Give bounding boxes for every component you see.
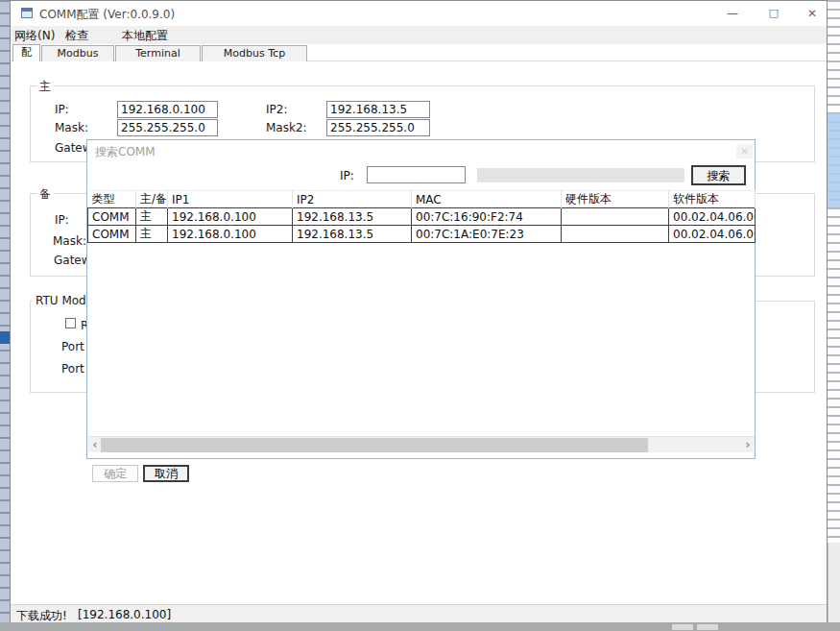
cell-type[interactable]: COMM (88, 208, 136, 226)
cancel-button[interactable]: 取消 (143, 465, 189, 482)
dialog-ip-input[interactable] (367, 166, 466, 183)
main-mask-label: Mask: (55, 121, 88, 134)
tab-config[interactable]: 配置 (12, 44, 40, 61)
cell-ip1[interactable]: 192.168.0.100 (168, 208, 293, 226)
status-ip: [192.168.0.100] (78, 608, 171, 621)
scrollbar-thumb[interactable] (101, 438, 648, 452)
main-mask2-label: Mask2: (266, 121, 307, 134)
cell-main-backup[interactable]: 主 (136, 208, 168, 226)
menu-network[interactable]: 网络(N) (14, 28, 55, 43)
main-ip2-input[interactable] (326, 101, 430, 118)
search-progress-bar (477, 168, 684, 182)
main-mask2-input[interactable] (326, 119, 430, 136)
dialog-close-icon[interactable]: ✕ (736, 144, 753, 158)
app-icon (21, 8, 33, 18)
cell-ip2[interactable]: 192.168.13.5 (293, 226, 412, 243)
scroll-right-icon[interactable]: › (741, 437, 755, 453)
background-window-left (0, 0, 10, 631)
background-selection (828, 113, 840, 207)
backup-ip-label: IP: (55, 213, 69, 227)
status-bar: 下载成功! [192.168.0.100] (11, 604, 827, 623)
search-button[interactable]: 搜索 (691, 165, 746, 185)
dialog-ip-label: IP: (340, 169, 354, 182)
cell-ip1[interactable]: 192.168.0.100 (168, 226, 293, 243)
background-bottom-item (672, 624, 693, 630)
col-main-backup[interactable]: 主/备 (136, 191, 168, 208)
dialog-title-bar[interactable]: 搜索COMM ✕ (87, 140, 755, 162)
col-hw-version[interactable]: 硬件版本 (562, 191, 669, 208)
background-selected-item (0, 331, 10, 344)
menu-check[interactable]: 检查 (65, 28, 88, 43)
minimize-icon[interactable]: — (716, 1, 749, 26)
col-ip1[interactable]: IP1 (168, 191, 293, 208)
group-main-legend: 主 (36, 79, 54, 95)
rtu-checkbox[interactable] (65, 318, 76, 328)
tab-modbus-rtu[interactable]: Modbus RTU (41, 45, 114, 61)
background-bottom-item (697, 624, 718, 630)
window-title: COMM配置 (Ver:0.0.9.0) (39, 7, 175, 23)
background-panel (828, 543, 840, 631)
scroll-left-icon[interactable]: ‹ (88, 437, 102, 453)
menu-local-config[interactable]: 本地配置 (122, 28, 168, 43)
cell-hw-version[interactable] (562, 226, 669, 243)
backup-mask-label: Mask: (53, 234, 86, 248)
col-sw-version[interactable]: 软件版本 (669, 191, 756, 208)
tab-modbus-tcp-master[interactable]: Modbus Tcp Master (202, 45, 307, 61)
title-bar[interactable]: COMM配置 (Ver:0.0.9.0) — □ ✕ (11, 1, 827, 26)
maximize-icon[interactable]: □ (757, 1, 790, 26)
menu-bar: 网络(N) 检查 本地配置 (11, 26, 827, 44)
ok-button[interactable]: 确定 (92, 465, 138, 482)
main-ip-label: IP: (55, 103, 69, 116)
cell-sw-version[interactable]: 00.02.04.06.00 (669, 226, 756, 243)
dialog-title: 搜索COMM (95, 144, 156, 160)
table-row[interactable]: COMM 主 192.168.0.100 192.168.13.5 00:7C:… (88, 226, 756, 243)
device-table: 类型 主/备 IP1 IP2 MAC 硬件版本 软件版本 COMM 主 192.… (87, 190, 756, 243)
cell-mac[interactable]: 00:7C:16:90:F2:74 (412, 208, 562, 226)
background-bottom-bar (0, 622, 840, 631)
tab-terminal-server[interactable]: Terminal Server (115, 45, 201, 61)
main-ip-input[interactable] (117, 101, 218, 118)
tab-bar: 配置 Modbus RTU Terminal Server Modbus Tcp… (11, 44, 827, 61)
close-icon[interactable]: ✕ (796, 1, 828, 26)
search-comm-dialog: 搜索COMM ✕ IP: 搜索 类型 主/备 IP1 IP2 MAC 硬件版本 … (86, 139, 756, 459)
horizontal-scrollbar[interactable]: ‹ › (88, 436, 755, 452)
col-mac[interactable]: MAC (412, 191, 562, 208)
col-ip2[interactable]: IP2 (293, 191, 412, 208)
cell-main-backup[interactable]: 主 (136, 226, 168, 243)
cell-sw-version[interactable]: 00.02.04.06.00 (669, 208, 756, 226)
main-ip2-label: IP2: (266, 103, 287, 116)
cell-hw-version[interactable] (562, 208, 669, 226)
background-window-right (828, 0, 840, 631)
main-mask-input[interactable] (117, 119, 218, 136)
screen: COMM配置 (Ver:0.0.9.0) — □ ✕ 网络(N) 检查 本地配置… (0, 0, 840, 631)
device-table-header-row: 类型 主/备 IP1 IP2 MAC 硬件版本 软件版本 (88, 191, 756, 208)
table-row[interactable]: COMM 主 192.168.0.100 192.168.13.5 00:7C:… (88, 208, 756, 226)
cell-ip2[interactable]: 192.168.13.5 (293, 208, 412, 226)
cell-mac[interactable]: 00:7C:1A:E0:7E:23 (412, 226, 562, 243)
group-backup-legend: 备 (36, 186, 54, 203)
col-type[interactable]: 类型 (88, 191, 136, 208)
cell-type[interactable]: COMM (88, 226, 136, 243)
